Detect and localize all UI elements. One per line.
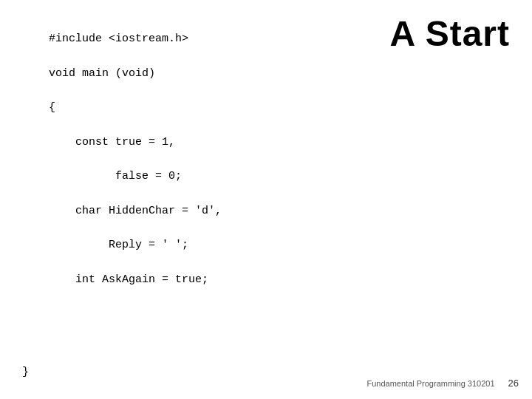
code-line-6: char HiddenChar = 'd', bbox=[49, 205, 222, 217]
closing-brace: } bbox=[22, 366, 29, 378]
footer: Fundamental Programming 310201 26 bbox=[366, 378, 519, 389]
code-line-8: int AskAgain = true; bbox=[49, 273, 208, 286]
footer-page: 26 bbox=[508, 378, 519, 389]
code-line-2: void main (void) bbox=[49, 67, 155, 80]
slide: A Start #include <iostream.h> void main … bbox=[0, 0, 532, 399]
code-block: #include <iostream.h> void main (void) {… bbox=[22, 13, 222, 305]
code-line-1: #include <iostream.h> bbox=[49, 33, 188, 45]
code-line-7: Reply = ' '; bbox=[49, 239, 188, 251]
code-line-3: { bbox=[49, 101, 55, 114]
code-line-4: const true = 1, bbox=[49, 136, 175, 149]
slide-title: A Start bbox=[389, 13, 510, 54]
footer-label: Fundamental Programming 310201 bbox=[366, 379, 494, 388]
code-line-5: false = 0; bbox=[49, 170, 182, 183]
